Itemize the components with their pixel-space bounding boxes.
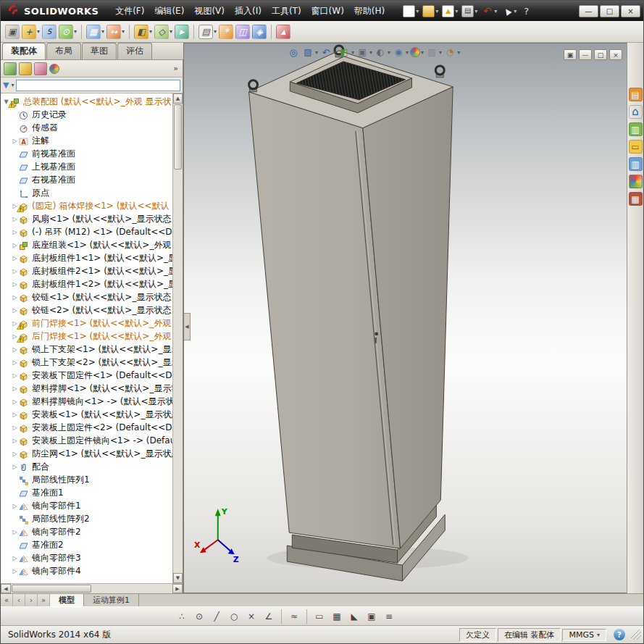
tree-item[interactable]: ▷镜向零部件2 — [1, 525, 172, 538]
dropdown-caret-icon[interactable]: ▾ — [214, 28, 217, 35]
corner-rectangle-icon[interactable]: ◣ — [347, 609, 361, 624]
tree-item[interactable]: ▷镜向零部件4 — [1, 564, 172, 577]
edit-component-icon[interactable]: ▣ — [5, 25, 20, 39]
model-tab-inactive[interactable]: 运动算例1 — [84, 594, 139, 606]
cabinet-model[interactable] — [249, 51, 453, 581]
tree-item[interactable]: ▷底封板组件1<2> (默认<<默认>_显示 — [1, 277, 172, 290]
dropdown-caret-icon[interactable]: ▾ — [388, 49, 390, 56]
help-icon[interactable]: ? — [520, 5, 532, 17]
doc-close-button[interactable]: × — [609, 49, 622, 60]
expand-arrow-icon[interactable]: ▷ — [11, 555, 19, 561]
previous-view-icon[interactable]: ↶ — [319, 46, 333, 59]
spline-icon[interactable]: ∴ — [175, 609, 189, 624]
tab-nav-2[interactable]: › — [25, 594, 38, 606]
menu-item-2[interactable]: 视图(V) — [189, 5, 230, 17]
featuremanager-tab-icon[interactable] — [4, 62, 17, 75]
tree-item[interactable]: ▷安装板上固定件<2> (Default<<Defau — [1, 421, 172, 434]
door-lock[interactable] — [375, 333, 378, 336]
tree-item[interactable]: ▷安装板下固定件<1> (Default<<Defau — [1, 369, 172, 382]
dropdown-caret-icon[interactable]: ▾ — [435, 8, 438, 14]
view-settings-icon[interactable]: ◔ — [443, 46, 456, 59]
tree-item[interactable]: ▷安装板<1> (默认<<默认>_显示状态 — [1, 408, 172, 421]
expand-arrow-icon[interactable]: ▷ — [11, 411, 19, 418]
menu-item-6[interactable]: 帮助(H) — [349, 5, 390, 17]
mate-icon[interactable]: ⊙ — [59, 25, 73, 39]
tree-item[interactable]: 原点 — [1, 186, 172, 199]
insert-components-icon[interactable]: + — [22, 25, 36, 39]
dropdown-caret-icon[interactable]: ▾ — [351, 49, 354, 56]
exploded-view-icon[interactable]: * — [219, 25, 233, 39]
close-button[interactable]: × — [621, 5, 640, 17]
configurationmanager-tab-icon[interactable] — [34, 62, 47, 75]
tree-item[interactable]: ▷风扇<1> (默认<<默认>_显示状态 1: — [1, 212, 172, 225]
reference-geometry-icon[interactable]: ◇ — [154, 25, 169, 39]
tree-item[interactable]: ▷底封板组件1<1> (默认<<默认>_显示 — [1, 251, 172, 264]
tree-item[interactable]: ▷(固定) 箱体焊接<1> (默认<<默认 — [1, 199, 172, 212]
expand-arrow-icon[interactable]: ▷ — [11, 216, 19, 222]
dropdown-caret-icon[interactable]: ▾ — [455, 8, 458, 14]
dropdown-caret-icon[interactable]: ▾ — [416, 8, 419, 14]
doc-maximize-button[interactable]: □ — [594, 49, 607, 60]
trim-entities-icon[interactable]: × — [244, 609, 259, 624]
hide-show-items-icon[interactable]: ◉ — [392, 46, 405, 59]
new-motion-study-icon[interactable]: ▶ — [175, 25, 189, 39]
tree-item[interactable]: ▷注解 — [1, 134, 172, 147]
file-explorer-icon[interactable]: ▭ — [629, 140, 643, 154]
expand-arrow-icon[interactable]: ▷ — [11, 438, 19, 444]
tree-item[interactable]: ▷塑料撑脚镜向<1> -> (默认<显示状态 — [1, 395, 172, 408]
tree-item[interactable]: ▷铰链<1> (默认<<默认>_显示状态 1: — [1, 290, 172, 304]
tree-item[interactable]: ▷镜向零部件3 — [1, 551, 172, 564]
design-library-icon[interactable]: ▥ — [629, 122, 643, 136]
menu-item-1[interactable]: 编辑(E) — [149, 5, 189, 17]
status-help-icon[interactable]: ? — [614, 629, 625, 640]
grid-snap-icon[interactable]: ▦ — [330, 609, 344, 624]
panel-collapse-handle[interactable]: ◀ — [184, 313, 191, 340]
line-icon[interactable]: ╱ — [209, 609, 224, 624]
edit-appearance-icon[interactable] — [410, 47, 420, 57]
apply-scene-icon[interactable]: ▨ — [425, 46, 438, 59]
filter-input[interactable] — [16, 80, 180, 91]
dropdown-caret-icon[interactable]: ▾ — [494, 8, 497, 14]
dropdown-caret-icon[interactable]: ▾ — [333, 49, 336, 56]
shaded-sketch-contours-icon[interactable]: ▣ — [364, 609, 379, 624]
dropdown-caret-icon[interactable]: ▾ — [74, 28, 77, 35]
bill-of-materials-icon[interactable]: ▤ — [198, 25, 213, 39]
expand-arrow-icon[interactable]: ▷ — [11, 255, 19, 262]
dropdown-caret-icon[interactable]: ▾ — [421, 49, 424, 56]
solidworks-resources-icon[interactable]: ▤ — [629, 88, 643, 101]
doc-minimize-button[interactable]: — — [579, 49, 592, 60]
tab-装配体[interactable]: 装配体 — [2, 43, 46, 59]
expand-arrow-icon[interactable]: ▷ — [11, 229, 19, 235]
new-document-icon[interactable] — [403, 5, 415, 17]
open-icon[interactable] — [422, 5, 435, 17]
filter-caret-icon[interactable]: ▾ — [11, 82, 14, 88]
3d-scene[interactable]: Y X Z — [184, 43, 627, 593]
expand-arrow-icon[interactable]: ▷ — [11, 138, 19, 144]
scroll-up-icon[interactable]: ▲ — [173, 93, 183, 104]
model-tab-active[interactable]: 模型 — [50, 594, 84, 606]
tree-item[interactable]: 基准面2 — [1, 538, 172, 551]
graphics-area[interactable]: Y X Z ◎▧▾↶▾◧▾▣▾◐▾◉▾▾▨▾◔▾ ▣—□× ◀ — [183, 43, 627, 593]
tab-评估[interactable]: 评估 — [117, 43, 152, 59]
doc-pane-button[interactable]: ▣ — [564, 49, 577, 60]
scroll-down-icon[interactable]: ▼ — [173, 573, 183, 583]
filter-funnel-icon[interactable]: ▼ — [3, 80, 9, 90]
tab-布局[interactable]: 布局 — [46, 43, 81, 59]
tree-item[interactable]: ▷底封板组件2<1> (默认<<默认>_显示 — [1, 264, 172, 277]
tab-nav-3[interactable]: » — [38, 594, 50, 606]
smart-fasteners-icon[interactable]: S — [42, 25, 57, 39]
zoom-to-fit-icon[interactable]: ◎ — [287, 46, 300, 59]
expand-arrow-icon[interactable]: ▷ — [11, 294, 19, 301]
tree-item[interactable]: ▷(-) 吊环 (M12) <1> (Default<<Defau — [1, 225, 172, 238]
tree-item[interactable]: 局部线性阵列1 — [1, 473, 172, 486]
tree-item[interactable]: ▷塑料撑脚<1> (默认<<默认>_显示状 — [1, 382, 172, 395]
dropdown-caret-icon[interactable]: ▾ — [315, 49, 318, 56]
undo-icon[interactable]: ↶ — [481, 5, 493, 17]
tree-item[interactable]: 传感器 — [1, 121, 172, 134]
menu-item-5[interactable]: 窗口(W) — [306, 5, 349, 17]
tree-item[interactable]: 前视基准面 — [1, 147, 172, 160]
dropdown-caret-icon[interactable]: ▾ — [37, 28, 40, 35]
section-view-icon[interactable]: ◧ — [338, 46, 351, 59]
tree-item[interactable]: 局部线性阵列2 — [1, 512, 172, 525]
expand-arrow-icon[interactable]: ▷ — [11, 372, 19, 379]
